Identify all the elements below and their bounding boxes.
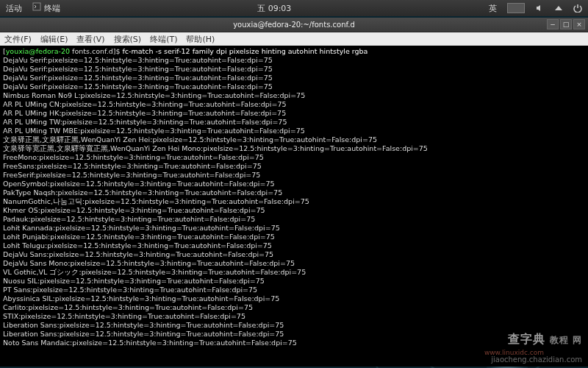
menu-edit[interactable]: 编辑(E) <box>40 34 68 45</box>
app-menu[interactable]: 终端 <box>32 2 60 14</box>
watermark-url: jiaocheng.chazidian.com <box>491 355 582 364</box>
app-menu-label: 终端 <box>44 4 60 13</box>
clock[interactable]: 五 09:03 <box>257 3 291 14</box>
menu-terminal[interactable]: 终端(T) <box>150 34 177 45</box>
volume-icon[interactable] <box>535 4 544 13</box>
window-title: youxia@fedora-20:~/fonts.conf.d <box>233 21 355 29</box>
gnome-topbar: 活动 终端 五 09:03 英 <box>0 0 588 16</box>
power-icon[interactable] <box>573 4 582 13</box>
terminal-output: DejaVu Serif:pixelsize=12.5:hintstyle=3:… <box>3 56 585 347</box>
terminal-app-icon <box>32 2 41 11</box>
window-titlebar[interactable]: youxia@fedora-20:~/fonts.conf.d − □ × <box>0 18 588 32</box>
network-icon[interactable] <box>554 4 563 13</box>
menu-view[interactable]: 查看(V) <box>76 34 104 45</box>
menu-help[interactable]: 帮助(H) <box>186 34 215 45</box>
terminal-window: youxia@fedora-20:~/fonts.conf.d − □ × 文件… <box>0 18 588 367</box>
maximize-button[interactable]: □ <box>560 19 572 29</box>
terminal-menubar: 文件(F) 编辑(E) 查看(V) 搜索(S) 终端(T) 帮助(H) <box>0 32 588 46</box>
minimize-button[interactable]: − <box>547 19 559 29</box>
terminal-viewport[interactable]: [youxia@fedora-20 fonts.conf.d]$ fc-matc… <box>0 46 588 367</box>
shell-prompt: [youxia@fedora-20 fonts.conf.d]$ <box>3 47 123 55</box>
watermark-main: 查字典教程 网 <box>508 332 582 347</box>
close-button[interactable]: × <box>573 19 585 29</box>
ime-indicator[interactable]: 英 <box>489 3 497 14</box>
activities-button[interactable]: 活动 <box>6 3 22 14</box>
menu-file[interactable]: 文件(F) <box>4 34 32 45</box>
svg-rect-0 <box>33 3 40 10</box>
accessibility-icon[interactable] <box>507 3 525 13</box>
command-text: fc-match -s serif-12 family dpi pixelsiz… <box>123 47 368 55</box>
menu-search[interactable]: 搜索(S) <box>114 34 142 45</box>
